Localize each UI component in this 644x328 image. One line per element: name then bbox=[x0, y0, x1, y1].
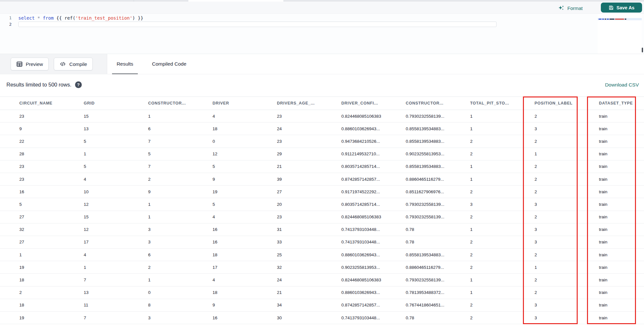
table-cell: train bbox=[580, 249, 644, 261]
table-cell: 20 bbox=[258, 198, 322, 211]
table-cell: 0.7930232558139... bbox=[386, 274, 451, 286]
format-button[interactable]: Format bbox=[558, 4, 583, 12]
table-cell: 2 bbox=[515, 160, 580, 173]
editor-minimap[interactable] bbox=[598, 14, 642, 54]
table-cell: 5 bbox=[193, 198, 258, 211]
table-row: 23575210.8035714285714...0.8558139534883… bbox=[0, 160, 644, 173]
table-cell: 0.9023255813953... bbox=[386, 148, 451, 160]
table-row: 18714240.8244680851063830.7930232558139.… bbox=[0, 274, 644, 286]
ide-window: Format Save As 1 2 select * from {{ ref(… bbox=[0, 0, 644, 328]
code-editor[interactable]: Format Save As 1 2 select * from {{ ref(… bbox=[0, 2, 644, 54]
table-cell: 1 bbox=[451, 110, 515, 123]
table-cell: 18 bbox=[0, 299, 64, 311]
table-cell: 25 bbox=[258, 249, 322, 261]
tab-results[interactable]: Results bbox=[112, 54, 138, 74]
table-cell: 2 bbox=[451, 211, 515, 223]
table-cell: 4 bbox=[193, 211, 258, 223]
table-cell: 12 bbox=[193, 148, 258, 160]
tab-compiled-code[interactable]: Compiled Code bbox=[151, 54, 188, 74]
code-token bbox=[35, 15, 37, 21]
scrollbar-thumb[interactable] bbox=[642, 48, 643, 52]
table-cell: 0.8860103626943... bbox=[322, 286, 386, 299]
table-cell: 16 bbox=[193, 312, 258, 324]
table-row: 3212316310.7413793103448...0.7813train bbox=[0, 223, 644, 236]
table-cell: 16 bbox=[193, 236, 258, 248]
table-cell: 0.8558139534883... bbox=[386, 123, 451, 135]
table-cell: 0.78 bbox=[386, 312, 451, 324]
code-token bbox=[135, 15, 138, 21]
table-cell: 0.7413793103448... bbox=[322, 236, 386, 248]
table-cell: 1 bbox=[129, 274, 193, 286]
table-row: 181189340.8742857142857...0.767441860465… bbox=[0, 299, 644, 311]
table-cell: 16 bbox=[193, 223, 258, 236]
table-cell: 23 bbox=[258, 211, 322, 223]
editor-actions-panel: Preview Compile bbox=[0, 54, 107, 74]
table-cell: 7 bbox=[64, 274, 129, 286]
line-number-1: 1 bbox=[0, 15, 12, 21]
table-cell: 18 bbox=[193, 286, 258, 299]
table-row: 22570230.9473684210526...0.8558139534883… bbox=[0, 135, 644, 148]
table-row: 213018210.8860103626943...0.781395348837… bbox=[0, 286, 644, 299]
table-cell: 3 bbox=[515, 236, 580, 248]
preview-button[interactable]: Preview bbox=[11, 58, 49, 70]
table-cell: 2 bbox=[451, 186, 515, 198]
table-cell: 0.8860465116279... bbox=[386, 173, 451, 185]
table-cell: 0.8860465116279... bbox=[386, 261, 451, 274]
table-cell: 27 bbox=[258, 186, 322, 198]
table-cell: 2 bbox=[515, 186, 580, 198]
table-cell: train bbox=[580, 198, 644, 211]
table-cell: 32 bbox=[0, 223, 64, 236]
table-cell: 2 bbox=[451, 299, 515, 311]
table-cell: 0.824468085106383 bbox=[322, 211, 386, 223]
code-token: from bbox=[43, 15, 54, 21]
help-icon[interactable]: ? bbox=[75, 81, 82, 88]
table-cell: 23 bbox=[258, 135, 322, 148]
table-cell: 19 bbox=[193, 186, 258, 198]
table-cell: 15 bbox=[64, 110, 129, 123]
download-csv-link[interactable]: Download CSV bbox=[605, 74, 639, 95]
table-cell: train bbox=[580, 211, 644, 223]
table-cell: 2 bbox=[0, 286, 64, 299]
sparkles-icon bbox=[558, 5, 564, 11]
table-cell: 0.7813953488372... bbox=[386, 286, 451, 299]
table-cell: 7 bbox=[129, 135, 193, 148]
save-as-button[interactable]: Save As bbox=[601, 3, 642, 13]
table-cell: train bbox=[580, 110, 644, 123]
table-cell: 9 bbox=[0, 123, 64, 135]
action-bar: Preview Compile Results Compiled Code bbox=[0, 54, 644, 74]
table-cell: 6 bbox=[129, 249, 193, 261]
table-cell: 1 bbox=[129, 110, 193, 123]
table-cell: 2 bbox=[451, 135, 515, 148]
table-cell: train bbox=[580, 286, 644, 299]
table-cell: 15 bbox=[64, 211, 129, 223]
code-token: }} bbox=[138, 15, 143, 21]
table-cell: 3 bbox=[515, 312, 580, 324]
code-line-1[interactable]: select * from {{ ref('train_test_positio… bbox=[18, 15, 143, 21]
table-cell: 0.8558139534883... bbox=[386, 160, 451, 173]
column-header: GRID bbox=[64, 97, 129, 110]
table-cell: 2 bbox=[129, 261, 193, 274]
column-header: CONSTRUCTOR... bbox=[129, 97, 193, 110]
table-cell: 5 bbox=[64, 135, 129, 148]
preview-label: Preview bbox=[26, 61, 43, 67]
table-cell: 1 bbox=[451, 223, 515, 236]
table-row: 51215200.8035714285714...0.7930232558139… bbox=[0, 198, 644, 211]
table-cell: 2 bbox=[515, 173, 580, 185]
table-cell: 18 bbox=[0, 274, 64, 286]
table-cell: 1 bbox=[451, 286, 515, 299]
table-cell: 4 bbox=[193, 110, 258, 123]
compile-button[interactable]: Compile bbox=[54, 58, 93, 70]
table-cell: 2 bbox=[515, 286, 580, 299]
table-cell: 1 bbox=[515, 261, 580, 274]
table-cell: 29 bbox=[258, 148, 322, 160]
table-cell: 2 bbox=[129, 173, 193, 185]
table-row: 1610919270.9171974522292...0.85116279069… bbox=[0, 186, 644, 198]
code-icon bbox=[60, 61, 66, 67]
table-grid-icon bbox=[16, 61, 23, 67]
table-cell: 32 bbox=[258, 261, 322, 274]
table-cell: 0.78 bbox=[386, 223, 451, 236]
table-cell: 24 bbox=[258, 123, 322, 135]
table-cell: 39 bbox=[258, 173, 322, 185]
table-cell: 0.8035714285714... bbox=[322, 198, 386, 211]
minimap-code-line bbox=[599, 19, 626, 20]
